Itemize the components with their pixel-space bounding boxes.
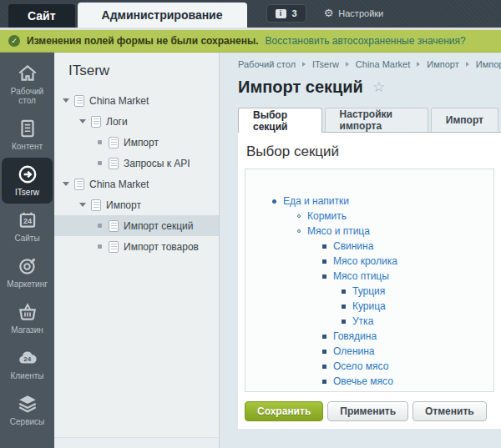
tab-sections[interactable]: Выбор секций [238,108,322,133]
section-link[interactable]: Овечье мясо [333,375,393,387]
breadcrumb-link[interactable]: ITserw [312,59,339,69]
rail-item-label: Рабочий стол [3,87,52,105]
bullet-icon [322,274,326,279]
tree-item[interactable]: China Market [54,174,219,194]
tree-item-label: Импорт [106,199,141,211]
section-link[interactable]: Свинина [333,240,373,252]
document-icon [91,199,101,211]
form-buttons: Сохранить Применить Отменить [245,401,494,429]
notifications-button[interactable]: i 3 [266,4,306,23]
settings-button[interactable]: ⚙ Настройки [324,8,384,18]
breadcrumb-separator-icon [346,62,349,67]
rail-item-itserw[interactable]: ITserw [2,158,53,204]
section-link[interactable]: Осело мясо [333,360,388,372]
notice-bar: ✓ Изменения полей формы не были сохранен… [0,30,501,53]
tab-admin[interactable]: Администрирование [78,3,247,28]
bullet-icon [342,289,346,294]
tree-item[interactable]: Логи [54,111,219,132]
top-bar: Сайт Администрирование i 3 ⚙ Настройки [0,0,501,28]
document-icon [109,220,119,232]
document-icon [91,116,101,128]
bullet-icon [342,305,346,309]
rail-item-marketing[interactable]: Маркетинг [0,249,54,295]
layers-icon [17,393,38,415]
home-icon [17,63,38,84]
cloud-24-icon: 24 [17,347,38,369]
apply-button[interactable]: Применить [327,401,408,421]
tree-item[interactable]: Импорт [54,194,219,215]
bullet-icon [322,244,326,249]
basket-icon [17,301,38,323]
section-link[interactable]: Кормить [307,210,347,222]
bullet-icon [322,259,326,264]
document-icon [109,158,119,169]
tree-item[interactable]: Импорт секций [54,215,219,236]
rail-item-label: ITserw [15,188,39,197]
cancel-button[interactable]: Отменить [412,401,487,421]
section-item: Свинина [245,239,493,254]
expand-arrow-icon[interactable] [63,98,69,103]
section-link[interactable]: Турция [352,285,385,297]
section-item: Кормить [245,209,493,224]
bullet-icon [322,350,326,354]
section-heading: Выбор секций [245,133,494,169]
section-link[interactable]: Мясо и птица [307,225,370,237]
rail-item-label: Сервисы [10,417,44,426]
gear-icon: ⚙ [324,8,334,18]
page-title: Импорт секций [238,78,363,97]
tree-item[interactable]: Импорт товаров [54,236,219,257]
bullet-icon [297,214,301,218]
section-item: Мясо кролика [245,254,493,269]
section-item: Осело мясо [245,359,493,374]
rail-item-sites[interactable]: 24 Сайты [0,204,54,249]
breadcrumb-link[interactable]: Рабочий стол [238,59,296,69]
tab-site[interactable]: Сайт [8,4,75,28]
tree-item-label: Импорт [124,137,159,148]
section-link[interactable]: Мясо кролика [333,255,397,267]
breadcrumb-separator-icon [466,62,469,67]
section-link[interactable]: Утка [352,315,373,327]
section-link[interactable]: Курица [352,300,386,312]
rail-item-content[interactable]: Контент [0,112,54,158]
document-icon [17,118,38,139]
expand-arrow-icon[interactable] [63,182,69,186]
leaf-bullet-icon [98,161,102,165]
tree-item-label: Запросы к API [124,158,190,169]
tree-list: China Market Логи Импорт Запросы к API C… [54,90,219,257]
section-link[interactable]: Мясо птицы [333,270,389,282]
tab-import-settings[interactable]: Настройки импорта [325,108,428,132]
rail-item-services[interactable]: Сервисы [0,387,54,433]
tab-import[interactable]: Импорт [431,108,498,132]
breadcrumb-link[interactable]: Импорт секций [476,59,501,69]
breadcrumb-link[interactable]: Импорт [427,59,458,69]
section-link[interactable]: Еда и напитки [283,195,349,207]
rail-item-label: Клиенты [10,371,43,380]
tree-panel: ITserw China Market Логи Импорт Запросы … [54,53,220,448]
content-area: Рабочий столITserwChina MarketИмпортИмпо… [220,53,501,448]
expand-arrow-icon[interactable] [79,119,86,123]
svg-text:24: 24 [23,217,32,225]
tree-item[interactable]: Импорт [54,132,219,153]
favorite-star-icon[interactable]: ☆ [372,80,385,94]
rail-item-label: Магазин [11,325,43,335]
leaf-bullet-icon [98,224,102,228]
notification-bubble-icon: i [276,9,286,18]
rail-item-desktop[interactable]: Рабочий стол [0,57,54,112]
breadcrumb-link[interactable]: China Market [356,59,410,69]
leaf-bullet-icon [98,244,102,249]
breadcrumb-separator-icon [417,62,420,67]
section-link[interactable]: Оленина [333,345,375,357]
check-circle-icon: ✓ [8,35,20,47]
bullet-icon [342,320,346,324]
expand-arrow-icon[interactable] [79,203,86,207]
section-link[interactable]: Говядина [333,330,377,342]
tree-panel-footer [54,437,219,448]
section-item: Утка [245,314,493,329]
tree-item[interactable]: Запросы к API [54,153,219,174]
save-button[interactable]: Сохранить [245,401,323,421]
rail-item-shop[interactable]: Магазин [0,295,54,341]
tree-item[interactable]: China Market [54,90,219,111]
target-icon [17,255,38,277]
rail-item-clients[interactable]: 24 Клиенты [0,341,54,387]
restore-autosave-link[interactable]: Восстановить автосохраненные значения? [266,35,466,47]
